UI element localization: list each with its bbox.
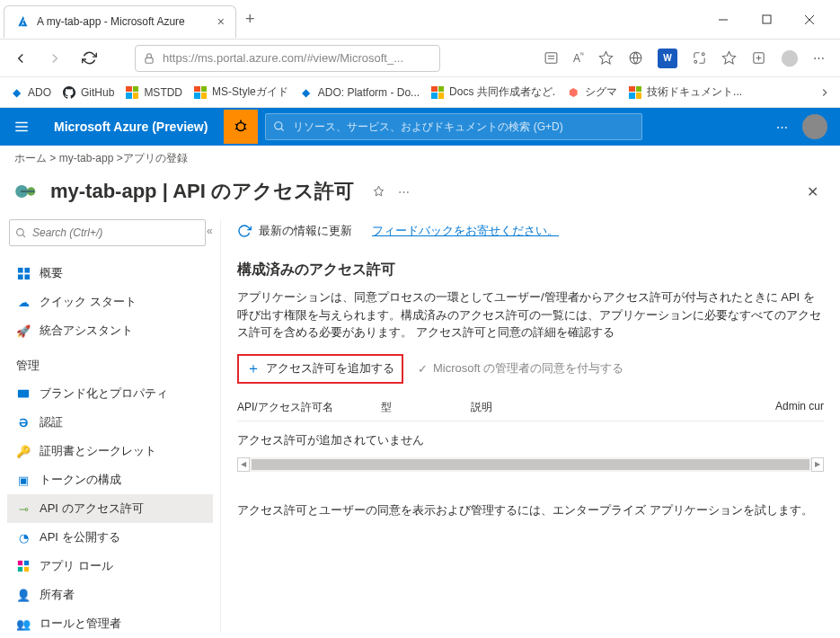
maximize-button[interactable] xyxy=(747,6,786,33)
bookmark-ado[interactable]: ◆ADO xyxy=(9,85,51,100)
tab-close-icon[interactable]: × xyxy=(217,14,225,29)
svg-rect-34 xyxy=(24,267,30,272)
api-perm-icon: ⊸ xyxy=(16,501,31,516)
title-more-icon[interactable]: ⋯ xyxy=(398,185,411,199)
svg-rect-38 xyxy=(18,561,22,565)
minimize-button[interactable] xyxy=(703,6,743,33)
owners-icon: 👤 xyxy=(16,588,31,602)
sidebar-item-owners[interactable]: 👤 所有者 xyxy=(7,580,213,609)
breadcrumb[interactable]: ホーム > my-tab-app >アプリの登録 xyxy=(0,146,840,171)
forward-button[interactable] xyxy=(41,45,68,72)
bookmark-docs[interactable]: Docs 共同作成者など. xyxy=(430,84,555,100)
bookmarks-bar: ◆ADO GitHub MSTDD MS-Styleガイド ◆ADO: Plat… xyxy=(0,77,840,108)
bookmark-sigma[interactable]: ⬢シグマ xyxy=(566,84,617,100)
column-api-name[interactable]: API/アクセス許可名 xyxy=(237,400,381,415)
add-permission-button[interactable]: ＋ アクセス許可を追加する xyxy=(237,354,403,384)
azure-search-input[interactable] xyxy=(293,120,634,133)
scroll-right-icon[interactable]: ▶ xyxy=(811,457,824,472)
browser-tab-row: A my-tab-app - Microsoft Azure × + xyxy=(0,0,840,40)
feedback-link[interactable]: フィードバックをお寄せください。 xyxy=(372,223,559,239)
horizontal-scrollbar[interactable]: ◀ ▶ xyxy=(237,457,824,472)
address-bar-row: https://ms.portal.azure.com/#view/Micros… xyxy=(0,40,840,77)
url-text: https://ms.portal.azure.com/#view/Micros… xyxy=(163,51,432,65)
sidebar-item-tokens[interactable]: ▣ トークンの構成 xyxy=(7,465,213,494)
svg-rect-5 xyxy=(545,53,557,63)
sidebar-item-roles[interactable]: 👥 ロールと管理者 xyxy=(7,609,213,638)
collections-icon[interactable] xyxy=(751,50,766,66)
sidebar-item-integration[interactable]: 🚀 統合アシスタント xyxy=(7,316,213,345)
scroll-left-icon[interactable]: ◀ xyxy=(237,457,250,472)
sidebar-search[interactable] xyxy=(9,219,206,246)
pin-icon[interactable] xyxy=(372,185,385,199)
collapse-sidebar-icon[interactable]: « xyxy=(207,225,213,237)
header-more-icon[interactable]: ⋯ xyxy=(776,120,790,134)
sidebar-item-branding[interactable]: ブランド化とプロパティ xyxy=(7,379,213,408)
bookmark-overflow[interactable] xyxy=(818,86,831,99)
globe-icon[interactable] xyxy=(628,50,643,66)
back-button[interactable] xyxy=(7,45,34,72)
browser-tab[interactable]: A my-tab-app - Microsoft Azure × xyxy=(4,5,236,38)
section-title: 構成済みのアクセス許可 xyxy=(237,255,824,288)
plus-icon: ＋ xyxy=(246,359,261,378)
more-icon[interactable]: ⋯ xyxy=(813,51,826,65)
footer-note: アクセス許可とユーザーの同意を表示および管理するには、エンタープライズ アプリケ… xyxy=(237,472,824,549)
sidebar-item-overview[interactable]: 概要 xyxy=(7,259,213,288)
tab-title: A my-tab-app - Microsoft Azure xyxy=(37,15,185,28)
bookmark-tech[interactable]: 技術ドキュメント... xyxy=(628,84,742,100)
sidebar-search-input[interactable] xyxy=(32,226,199,239)
column-description[interactable]: 説明 xyxy=(471,400,752,415)
new-tab-button[interactable]: + xyxy=(245,10,255,29)
bookmark-mstdd[interactable]: MSTDD xyxy=(125,85,182,100)
favorite-icon[interactable] xyxy=(721,50,737,66)
token-icon: ▣ xyxy=(16,473,31,487)
user-avatar[interactable] xyxy=(802,114,827,139)
close-window-button[interactable] xyxy=(790,6,829,33)
lock-icon xyxy=(143,52,155,65)
svg-point-16 xyxy=(782,49,798,66)
azure-header: Microsoft Azure (Preview) ⋯ xyxy=(0,108,840,146)
checkmark-icon: ✓ xyxy=(418,362,428,376)
search-icon xyxy=(15,227,27,239)
hamburger-menu[interactable] xyxy=(0,108,43,146)
sidebar-item-quickstart[interactable]: ☁ クイック スタート xyxy=(7,288,213,316)
column-admin[interactable]: Admin cur xyxy=(752,400,824,415)
azure-header-right: ⋯ xyxy=(776,114,840,139)
preview-bug-button[interactable] xyxy=(224,110,258,144)
sidebar-item-api-permissions[interactable]: ⊸ API のアクセス許可 xyxy=(7,494,213,523)
azure-search-box[interactable] xyxy=(265,113,642,140)
learn-more-link[interactable]: アクセス許可と同意の詳細を確認する xyxy=(416,325,615,339)
svg-point-11 xyxy=(694,60,697,63)
sidebar-item-expose-api[interactable]: ◔ API を公開する xyxy=(7,523,213,552)
word-badge-icon[interactable]: W xyxy=(658,49,677,68)
close-panel-button[interactable]: ✕ xyxy=(807,183,826,200)
reader-icon[interactable] xyxy=(544,50,559,66)
bookmark-github[interactable]: GitHub xyxy=(62,85,114,100)
svg-point-10 xyxy=(702,53,704,56)
section-description: アプリケーションは、同意プロセスの一環としてユーザー/管理者からアクセス許可が付… xyxy=(237,288,824,341)
refresh-icon[interactable] xyxy=(237,224,252,238)
app-registration-icon xyxy=(14,179,40,204)
azure-brand[interactable]: Microsoft Azure (Preview) xyxy=(43,120,218,134)
bookmark-adoplatform[interactable]: ◆ADO: Platform - Do... xyxy=(299,85,420,100)
page-title-row: my-tab-app | API のアクセス許可 ⋯ ✕ xyxy=(0,171,840,219)
svg-point-26 xyxy=(275,122,282,129)
column-type[interactable]: 型 xyxy=(381,400,471,415)
profile-icon[interactable] xyxy=(781,49,799,67)
refresh-button[interactable] xyxy=(75,45,102,72)
toolbar-row: 最新の情報に更新 フィードバックをお寄せください。 xyxy=(237,219,824,255)
permissions-table-header: API/アクセス許可名 型 説明 Admin cur xyxy=(237,393,824,421)
roles-icon: 👥 xyxy=(16,616,31,631)
refresh-label[interactable]: 最新の情報に更新 xyxy=(259,223,352,239)
quickstart-icon: ☁ xyxy=(16,295,31,309)
page-title: my-tab-app | API のアクセス許可 xyxy=(50,178,354,205)
sidebar-item-certs[interactable]: 🔑 証明書とシークレット xyxy=(7,437,213,465)
sidebar-item-app-roles[interactable]: アプリ ロール xyxy=(7,552,213,580)
grant-admin-consent-button[interactable]: ✓ Microsoft の管理者の同意を付与する xyxy=(418,360,623,377)
text-size-icon[interactable]: Aᴺ xyxy=(573,51,584,65)
extension-icon[interactable] xyxy=(692,50,707,66)
star-icon[interactable] xyxy=(598,50,614,66)
bookmark-msstyle[interactable]: MS-Styleガイド xyxy=(193,84,288,100)
sidebar: « 概要 ☁ クイック スタート 🚀 統合アシスタント 管理 ブランド化とプロパ… xyxy=(0,219,221,633)
sidebar-item-auth[interactable]: Ә 認証 xyxy=(7,408,213,437)
url-bar[interactable]: https://ms.portal.azure.com/#view/Micros… xyxy=(135,45,440,72)
